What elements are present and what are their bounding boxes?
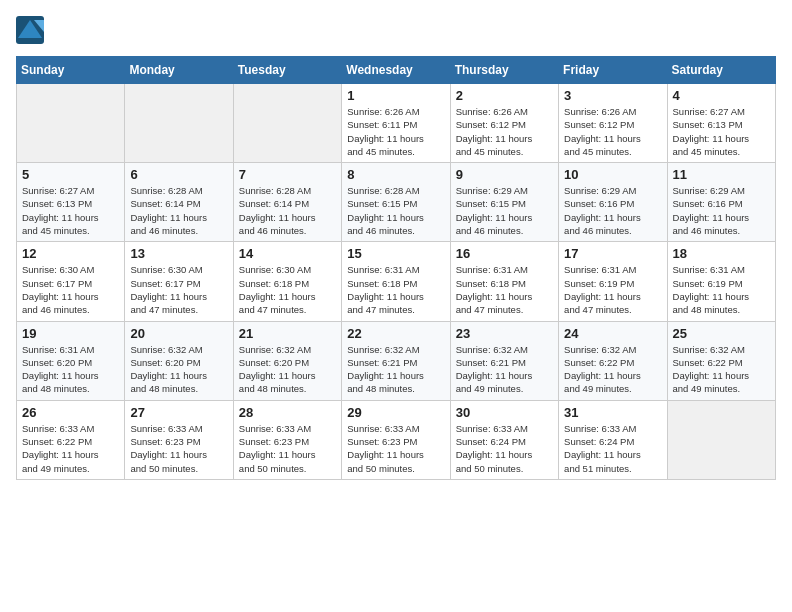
day-info: Sunrise: 6:27 AM Sunset: 6:13 PM Dayligh… [673,105,770,158]
calendar-cell: 2Sunrise: 6:26 AM Sunset: 6:12 PM Daylig… [450,84,558,163]
day-number: 2 [456,88,553,103]
calendar-week-4: 19Sunrise: 6:31 AM Sunset: 6:20 PM Dayli… [17,321,776,400]
calendar-cell: 9Sunrise: 6:29 AM Sunset: 6:15 PM Daylig… [450,163,558,242]
day-number: 13 [130,246,227,261]
day-info: Sunrise: 6:33 AM Sunset: 6:22 PM Dayligh… [22,422,119,475]
day-info: Sunrise: 6:26 AM Sunset: 6:12 PM Dayligh… [564,105,661,158]
calendar-cell: 16Sunrise: 6:31 AM Sunset: 6:18 PM Dayli… [450,242,558,321]
calendar-cell: 31Sunrise: 6:33 AM Sunset: 6:24 PM Dayli… [559,400,667,479]
day-info: Sunrise: 6:29 AM Sunset: 6:16 PM Dayligh… [564,184,661,237]
day-info: Sunrise: 6:28 AM Sunset: 6:15 PM Dayligh… [347,184,444,237]
calendar-cell: 21Sunrise: 6:32 AM Sunset: 6:20 PM Dayli… [233,321,341,400]
day-number: 16 [456,246,553,261]
calendar-cell [667,400,775,479]
day-info: Sunrise: 6:33 AM Sunset: 6:24 PM Dayligh… [564,422,661,475]
day-number: 14 [239,246,336,261]
header [16,16,776,44]
day-number: 24 [564,326,661,341]
day-number: 31 [564,405,661,420]
day-number: 27 [130,405,227,420]
day-info: Sunrise: 6:32 AM Sunset: 6:22 PM Dayligh… [673,343,770,396]
weekday-header-thursday: Thursday [450,57,558,84]
calendar-cell: 25Sunrise: 6:32 AM Sunset: 6:22 PM Dayli… [667,321,775,400]
calendar-cell: 6Sunrise: 6:28 AM Sunset: 6:14 PM Daylig… [125,163,233,242]
day-number: 22 [347,326,444,341]
weekday-header-friday: Friday [559,57,667,84]
weekday-header-sunday: Sunday [17,57,125,84]
logo-icon [16,16,44,44]
calendar-cell: 18Sunrise: 6:31 AM Sunset: 6:19 PM Dayli… [667,242,775,321]
calendar-week-1: 1Sunrise: 6:26 AM Sunset: 6:11 PM Daylig… [17,84,776,163]
day-info: Sunrise: 6:31 AM Sunset: 6:18 PM Dayligh… [456,263,553,316]
calendar-cell: 30Sunrise: 6:33 AM Sunset: 6:24 PM Dayli… [450,400,558,479]
day-number: 10 [564,167,661,182]
calendar-cell: 20Sunrise: 6:32 AM Sunset: 6:20 PM Dayli… [125,321,233,400]
day-info: Sunrise: 6:27 AM Sunset: 6:13 PM Dayligh… [22,184,119,237]
day-info: Sunrise: 6:26 AM Sunset: 6:11 PM Dayligh… [347,105,444,158]
day-info: Sunrise: 6:30 AM Sunset: 6:17 PM Dayligh… [22,263,119,316]
day-info: Sunrise: 6:32 AM Sunset: 6:21 PM Dayligh… [456,343,553,396]
day-number: 9 [456,167,553,182]
calendar-cell: 28Sunrise: 6:33 AM Sunset: 6:23 PM Dayli… [233,400,341,479]
calendar-cell: 17Sunrise: 6:31 AM Sunset: 6:19 PM Dayli… [559,242,667,321]
day-info: Sunrise: 6:32 AM Sunset: 6:21 PM Dayligh… [347,343,444,396]
day-info: Sunrise: 6:32 AM Sunset: 6:20 PM Dayligh… [239,343,336,396]
calendar-cell: 14Sunrise: 6:30 AM Sunset: 6:18 PM Dayli… [233,242,341,321]
calendar-cell: 7Sunrise: 6:28 AM Sunset: 6:14 PM Daylig… [233,163,341,242]
day-number: 15 [347,246,444,261]
calendar-cell: 23Sunrise: 6:32 AM Sunset: 6:21 PM Dayli… [450,321,558,400]
calendar-cell [233,84,341,163]
day-info: Sunrise: 6:31 AM Sunset: 6:20 PM Dayligh… [22,343,119,396]
day-info: Sunrise: 6:30 AM Sunset: 6:18 PM Dayligh… [239,263,336,316]
calendar-cell: 27Sunrise: 6:33 AM Sunset: 6:23 PM Dayli… [125,400,233,479]
calendar-cell: 15Sunrise: 6:31 AM Sunset: 6:18 PM Dayli… [342,242,450,321]
calendar-cell [125,84,233,163]
calendar-table: SundayMondayTuesdayWednesdayThursdayFrid… [16,56,776,480]
calendar-week-2: 5Sunrise: 6:27 AM Sunset: 6:13 PM Daylig… [17,163,776,242]
weekday-header-monday: Monday [125,57,233,84]
day-number: 5 [22,167,119,182]
day-number: 26 [22,405,119,420]
calendar-cell: 12Sunrise: 6:30 AM Sunset: 6:17 PM Dayli… [17,242,125,321]
calendar-cell: 26Sunrise: 6:33 AM Sunset: 6:22 PM Dayli… [17,400,125,479]
day-number: 11 [673,167,770,182]
calendar-cell: 10Sunrise: 6:29 AM Sunset: 6:16 PM Dayli… [559,163,667,242]
day-info: Sunrise: 6:31 AM Sunset: 6:18 PM Dayligh… [347,263,444,316]
calendar-cell: 5Sunrise: 6:27 AM Sunset: 6:13 PM Daylig… [17,163,125,242]
day-number: 18 [673,246,770,261]
calendar-cell: 11Sunrise: 6:29 AM Sunset: 6:16 PM Dayli… [667,163,775,242]
calendar-cell: 13Sunrise: 6:30 AM Sunset: 6:17 PM Dayli… [125,242,233,321]
day-info: Sunrise: 6:33 AM Sunset: 6:23 PM Dayligh… [347,422,444,475]
calendar-cell: 24Sunrise: 6:32 AM Sunset: 6:22 PM Dayli… [559,321,667,400]
day-number: 23 [456,326,553,341]
day-number: 19 [22,326,119,341]
day-info: Sunrise: 6:31 AM Sunset: 6:19 PM Dayligh… [673,263,770,316]
day-info: Sunrise: 6:33 AM Sunset: 6:24 PM Dayligh… [456,422,553,475]
day-info: Sunrise: 6:29 AM Sunset: 6:15 PM Dayligh… [456,184,553,237]
weekday-header-saturday: Saturday [667,57,775,84]
day-info: Sunrise: 6:33 AM Sunset: 6:23 PM Dayligh… [239,422,336,475]
day-info: Sunrise: 6:29 AM Sunset: 6:16 PM Dayligh… [673,184,770,237]
calendar-cell: 19Sunrise: 6:31 AM Sunset: 6:20 PM Dayli… [17,321,125,400]
day-number: 17 [564,246,661,261]
day-number: 7 [239,167,336,182]
day-number: 28 [239,405,336,420]
calendar-cell [17,84,125,163]
day-number: 4 [673,88,770,103]
calendar-cell: 8Sunrise: 6:28 AM Sunset: 6:15 PM Daylig… [342,163,450,242]
day-info: Sunrise: 6:28 AM Sunset: 6:14 PM Dayligh… [239,184,336,237]
day-info: Sunrise: 6:32 AM Sunset: 6:22 PM Dayligh… [564,343,661,396]
logo [16,16,48,44]
calendar-cell: 4Sunrise: 6:27 AM Sunset: 6:13 PM Daylig… [667,84,775,163]
day-number: 3 [564,88,661,103]
calendar-cell: 29Sunrise: 6:33 AM Sunset: 6:23 PM Dayli… [342,400,450,479]
calendar-week-3: 12Sunrise: 6:30 AM Sunset: 6:17 PM Dayli… [17,242,776,321]
page: SundayMondayTuesdayWednesdayThursdayFrid… [0,0,792,496]
day-info: Sunrise: 6:26 AM Sunset: 6:12 PM Dayligh… [456,105,553,158]
day-number: 29 [347,405,444,420]
calendar-week-5: 26Sunrise: 6:33 AM Sunset: 6:22 PM Dayli… [17,400,776,479]
day-number: 1 [347,88,444,103]
calendar-cell: 3Sunrise: 6:26 AM Sunset: 6:12 PM Daylig… [559,84,667,163]
day-info: Sunrise: 6:31 AM Sunset: 6:19 PM Dayligh… [564,263,661,316]
day-number: 8 [347,167,444,182]
